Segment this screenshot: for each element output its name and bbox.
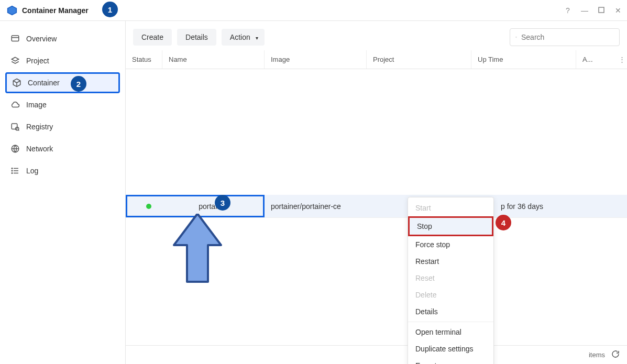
details-button[interactable]: Details (177, 29, 216, 46)
sidebar-item-label: Registry (26, 123, 115, 131)
minimize-icon[interactable]: — (580, 6, 589, 15)
sidebar-item-log[interactable]: Log (5, 160, 120, 181)
svg-line-12 (18, 130, 19, 131)
sidebar-item-registry[interactable]: Registry (5, 116, 120, 137)
caret-down-icon: ▾ (256, 35, 258, 41)
sidebar: Overview Project Container Image Registr… (0, 21, 126, 364)
cm-open-terminal[interactable]: Open terminal (408, 324, 493, 340)
cell-image: portainer/portainer-ce (265, 197, 367, 216)
table-header: Status Name Image Project Up Time A... ⋮ (126, 50, 627, 69)
cm-start: Start (408, 200, 493, 216)
th-image[interactable]: Image (265, 50, 367, 69)
sidebar-item-label: Image (26, 101, 115, 109)
columns-menu-icon[interactable]: ⋮ (617, 56, 627, 63)
svg-rect-10 (12, 124, 17, 129)
network-icon (10, 144, 20, 153)
close-icon[interactable]: ✕ (613, 6, 623, 15)
refresh-icon[interactable] (611, 350, 620, 360)
sidebar-item-label: Log (26, 167, 115, 175)
cloud-icon (10, 100, 20, 109)
annotation-4-icon: 4 (496, 215, 511, 230)
th-uptime[interactable]: Up Time (471, 50, 576, 69)
cm-details[interactable]: Details (408, 303, 493, 320)
action-button[interactable]: Action ▾ (222, 29, 265, 46)
cm-export[interactable]: Export (408, 357, 493, 364)
annotation-2-icon: 2 (71, 76, 86, 92)
layers-icon (10, 56, 20, 65)
svg-line-7 (13, 81, 17, 83)
sidebar-item-network[interactable]: Network (5, 138, 120, 159)
cm-divider (408, 322, 493, 322)
maximize-icon[interactable] (597, 6, 606, 15)
svg-rect-2 (599, 7, 604, 13)
app-title: Container Manager (22, 6, 89, 15)
overview-icon (10, 34, 20, 43)
list-icon (10, 166, 20, 175)
annotation-3-icon: 3 (215, 195, 230, 211)
titlebar: Container Manager ? — ✕ (0, 0, 627, 21)
sidebar-item-overview[interactable]: Overview (5, 28, 120, 49)
cell-name: portainer (163, 197, 263, 216)
items-label: items (589, 351, 605, 359)
svg-marker-5 (12, 57, 19, 61)
arrow-up-annotation (171, 214, 224, 287)
search-input-wrap[interactable] (510, 28, 620, 46)
sidebar-item-container[interactable]: Container (5, 72, 120, 93)
action-button-label: Action (230, 33, 250, 41)
svg-point-18 (12, 168, 13, 169)
create-button[interactable]: Create (133, 29, 172, 46)
cm-force-stop[interactable]: Force stop (408, 236, 493, 253)
main-panel: Create Details Action ▾ Status Name Imag… (126, 21, 627, 364)
cm-duplicate-settings[interactable]: Duplicate settings (408, 340, 493, 357)
help-icon[interactable]: ? (563, 6, 573, 15)
annotation-1-icon: 1 (102, 2, 118, 17)
svg-point-19 (12, 170, 13, 171)
svg-point-21 (516, 37, 517, 38)
app-icon (6, 5, 18, 16)
statusbar: items (126, 345, 627, 364)
svg-line-8 (17, 81, 20, 83)
th-a[interactable]: A... (576, 50, 617, 69)
search-icon (515, 34, 517, 41)
svg-line-22 (516, 38, 517, 38)
window-controls: ? — ✕ (563, 0, 623, 20)
th-project[interactable]: Project (367, 50, 471, 69)
cm-stop[interactable]: Stop (408, 216, 493, 236)
registry-icon (10, 122, 20, 131)
sidebar-item-image[interactable]: Image (5, 94, 120, 115)
search-input[interactable] (520, 32, 614, 42)
sidebar-item-label: Network (26, 145, 115, 153)
toolbar: Create Details Action ▾ (126, 21, 627, 50)
svg-rect-3 (12, 36, 19, 41)
svg-point-20 (12, 173, 13, 174)
cube-icon (12, 78, 21, 87)
th-name[interactable]: Name (162, 50, 265, 69)
context-menu: Start Stop Force stop Restart Reset Dele… (408, 197, 494, 364)
cm-reset: Reset (408, 270, 493, 286)
th-status[interactable]: Status (126, 50, 162, 69)
status-dot-running (146, 204, 151, 209)
sidebar-item-label: Overview (26, 35, 115, 43)
sidebar-item-project[interactable]: Project (5, 50, 120, 71)
sidebar-item-label: Project (26, 57, 115, 65)
cm-restart[interactable]: Restart (408, 253, 493, 270)
cm-delete: Delete (408, 286, 493, 303)
